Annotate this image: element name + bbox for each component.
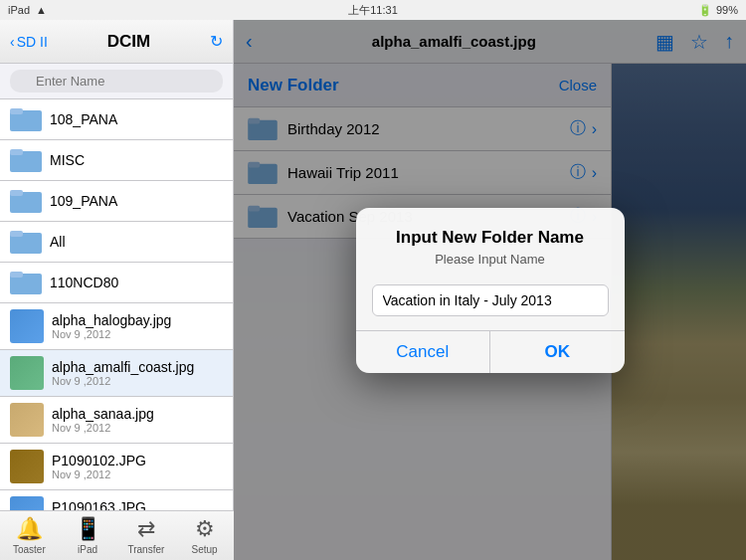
toaster-icon: 🔔 (16, 516, 43, 542)
list-item[interactable]: All (0, 222, 233, 263)
left-nav-title: DCIM (107, 32, 150, 52)
status-time: 上午11:31 (348, 3, 398, 18)
dialog-ok-button[interactable]: OK (489, 331, 625, 373)
tab-transfer-label: Transfer (127, 544, 164, 555)
folder-name-input[interactable] (372, 284, 609, 316)
list-item[interactable]: 109_PANA (0, 181, 233, 222)
file-name: alpha_halogbay.jpg (52, 312, 171, 328)
list-item[interactable]: MISC (0, 140, 233, 181)
list-item[interactable]: alpha_amalfi_coast.jpg Nov 9 ,2012 (0, 350, 233, 397)
svg-rect-3 (10, 149, 23, 155)
dialog-cancel-button[interactable]: Cancel (356, 331, 490, 373)
bottom-tabs: 🔔 Toaster 📱 iPad ⇄ Transfer ⚙ Setup (0, 510, 234, 560)
svg-rect-9 (10, 272, 23, 278)
back-label: SD II (17, 34, 48, 50)
folder-name: 109_PANA (50, 193, 223, 209)
list-item[interactable]: P1090102.JPG Nov 9 ,2012 (0, 444, 233, 490)
left-panel: ‹ SD II DCIM ↻ 🔍 108_ (0, 20, 234, 510)
status-left: iPad ▲ (8, 4, 47, 16)
file-date: Nov 9 ,2012 (52, 422, 154, 434)
setup-icon: ⚙ (195, 516, 215, 542)
file-thumbnail (10, 496, 44, 510)
left-file-list: 108_PANA MISC 109_PANA (0, 99, 233, 510)
wifi-icon: ▲ (36, 4, 47, 16)
dialog-subtitle: Please Input Name (372, 252, 609, 267)
transfer-icon: ⇄ (137, 516, 155, 542)
folder-icon (10, 105, 42, 133)
file-name: alpha_sanaa.jpg (52, 406, 154, 422)
refresh-button[interactable]: ↻ (210, 32, 223, 51)
svg-rect-1 (10, 108, 23, 114)
file-date: Nov 9 ,2012 (52, 328, 171, 340)
back-chevron-icon: ‹ (10, 34, 15, 50)
dialog-header: Input New Folder Name Please Input Name (356, 208, 625, 275)
list-item[interactable]: P1090163.JPG Nov 9 ,2012 (0, 490, 233, 510)
tab-ipad-label: iPad (78, 544, 97, 555)
file-name: alpha_amalfi_coast.jpg (52, 359, 194, 375)
dialog-title: Input New Folder Name (372, 228, 609, 248)
list-item[interactable]: 110NCD80 (0, 263, 233, 303)
right-panel: ‹ alpha_amalfi_coast.jpg ▦ ☆ ↑ New Folde… (234, 20, 746, 560)
tab-toaster-label: Toaster (13, 544, 46, 555)
list-item[interactable]: alpha_halogbay.jpg Nov 9 ,2012 (0, 303, 233, 350)
tab-setup[interactable]: ⚙ Setup (175, 516, 234, 555)
file-date: Nov 9 ,2012 (52, 468, 146, 480)
tab-setup-label: Setup (192, 544, 218, 555)
search-bar: 🔍 (0, 64, 233, 99)
ipad-icon: 📱 (75, 516, 101, 542)
dialog-buttons: Cancel OK (356, 330, 625, 373)
file-thumbnail (10, 356, 44, 390)
folder-icon (10, 228, 42, 256)
folder-name: 110NCD80 (50, 275, 223, 290)
tab-toaster[interactable]: 🔔 Toaster (0, 516, 59, 555)
folder-name: 108_PANA (50, 111, 223, 127)
left-nav: ‹ SD II DCIM ↻ (0, 20, 233, 64)
dialog-input-area (356, 275, 625, 330)
file-name: P1090102.JPG (52, 453, 146, 468)
folder-icon (10, 187, 42, 215)
file-thumbnail (10, 403, 44, 437)
list-item[interactable]: 108_PANA (0, 99, 233, 140)
tab-ipad[interactable]: 📱 iPad (59, 516, 117, 555)
tab-transfer[interactable]: ⇄ Transfer (117, 516, 176, 555)
search-input[interactable] (10, 70, 223, 93)
dialog-overlay: Input New Folder Name Please Input Name … (234, 20, 746, 560)
status-right: 🔋 99% (698, 4, 738, 17)
back-button[interactable]: ‹ SD II (10, 34, 48, 50)
status-ipad: iPad (8, 4, 30, 16)
svg-rect-7 (10, 231, 23, 237)
file-thumbnail (10, 309, 44, 343)
battery-icon: 🔋 (698, 4, 712, 17)
svg-rect-5 (10, 190, 23, 196)
file-thumbnail (10, 450, 44, 483)
dialog-box: Input New Folder Name Please Input Name … (356, 208, 625, 373)
folder-name: MISC (50, 152, 223, 168)
folder-name: All (50, 234, 223, 250)
battery-percent: 99% (716, 4, 738, 16)
file-name: P1090163.JPG (52, 499, 146, 510)
folder-icon (10, 146, 42, 174)
status-bar: iPad ▲ 上午11:31 🔋 99% (0, 0, 746, 20)
list-item[interactable]: alpha_sanaa.jpg Nov 9 ,2012 (0, 397, 233, 444)
folder-icon (10, 269, 42, 296)
file-date: Nov 9 ,2012 (52, 375, 194, 387)
app-container: ‹ SD II DCIM ↻ 🔍 108_ (0, 20, 746, 560)
